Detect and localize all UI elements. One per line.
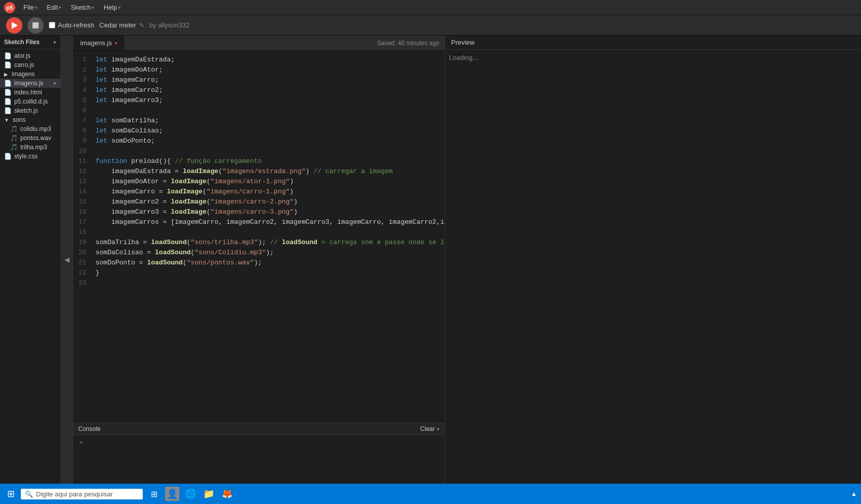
auto-refresh-label: Auto-refresh [58,21,94,29]
preview-header: Preview [445,36,861,50]
audio-file-icon: 🎵 [10,125,18,132]
code-line: imagemCarro3 = loadImage("imagens/carro-… [95,207,444,217]
auto-refresh-checkbox[interactable] [49,22,55,28]
preview-panel: Preview Loading... [444,36,861,484]
taskbar-app-chrome[interactable]: 🌐 [182,486,199,502]
audio-file-icon: 🎵 [10,144,18,151]
console-prompt: > [76,438,441,447]
sidebar-items: 📄 ator.js 📄 carro.js ▶ imagens 📄 imagens… [0,49,60,484]
code-line: let imagemDaEstrada; [95,55,444,65]
sidebar-item-p5collid[interactable]: 📄 p5.collid.d.js [0,97,60,106]
collapse-sidebar-button[interactable]: ◀ [61,36,73,484]
sidebar-toggle[interactable]: ▾ [53,39,56,46]
prompt-arrow-icon: > [79,439,83,446]
code-line [95,146,444,156]
code-line: imagemDaEstrada = loadImage("imagens/est… [95,166,444,177]
code-line [95,106,444,116]
console-header: Console Clear ▾ [73,423,444,435]
js-file-icon: 📄 [4,80,12,87]
sidebar-item-ator-js[interactable]: 📄 ator.js [0,51,60,60]
code-line: imagemCarro2 = loadImage("imagens/carro-… [95,197,444,207]
sidebar-item-trilha[interactable]: 🎵 trilha.mp3 [0,143,60,152]
main-content: Sketch Files ▾ 📄 ator.js 📄 carro.js ▶ im… [0,36,861,484]
code-line: somDaTrilha = loadSound("sons/trilha.mp3… [95,238,444,248]
tab-imagens-js[interactable]: imagens.js• [73,36,125,50]
stop-button[interactable] [27,17,44,33]
sidebar: Sketch Files ▾ 📄 ator.js 📄 carro.js ▶ im… [0,36,61,484]
taskbar-expand-icon[interactable]: ▲ [851,490,857,497]
code-line: somDoPonto = loadSound("sons/pontos.wav"… [95,258,444,268]
sidebar-header: Sketch Files ▾ [0,36,60,49]
sidebar-item-sons-folder[interactable]: ▼ sons [0,115,60,124]
sidebar-item-imagens-js[interactable]: 📄 imagens.js ▾ [0,79,60,88]
menu-edit[interactable]: Edit ▾ [43,3,66,12]
firefox-icon: 🦊 [221,488,233,499]
loading-status: Loading... [449,54,478,61]
menu-bar: File ▾ Edit ▾ Sketch ▾ Help ▾ [19,3,125,12]
edit-icon[interactable]: ✎ [139,22,144,29]
css-file-icon: 📄 [4,153,12,160]
menu-file[interactable]: File ▾ [19,3,42,12]
taskbar-system-icons: ▲ [851,490,857,497]
owner-label: by allyson332 [149,21,190,29]
sidebar-item-imagens-folder[interactable]: ▶ imagens [0,70,60,79]
play-icon [12,22,18,29]
editor-container: 1234567891011121314151617181920212223 le… [73,51,444,423]
tab-filename: imagens.js [80,39,112,47]
unsaved-dot: • [115,39,117,47]
taskbar-apps: ⊞ 👤 🌐 📁 🦊 [146,486,235,502]
sidebar-item-index-html[interactable]: 📄 index.html [0,88,60,97]
start-button[interactable]: ⊞ [4,487,18,500]
tab-bar: imagens.js• Saved: 40 minutes ago [73,36,444,51]
code-line: let somDaColisao; [95,126,444,136]
console-body[interactable]: > [73,435,444,484]
js-file-icon: 📄 [4,61,12,69]
code-line [95,227,444,238]
console-clear-arrow-icon: ▾ [437,426,439,432]
code-line: let somDatrilha; [95,116,444,126]
tasklist-icon: ⊞ [151,489,157,499]
menu-sketch[interactable]: Sketch ▾ [67,3,99,12]
taskbar-app-firefox[interactable]: 🦊 [219,486,235,502]
auto-refresh-area: Auto-refresh [49,21,94,29]
code-line: imagemCarros = [imagemCarro, imagemCarro… [95,217,444,227]
preview-title: Preview [451,39,474,46]
taskbar-app-folder[interactable]: 📁 [201,486,217,502]
search-icon: 🔍 [25,490,33,498]
sidebar-item-sketch-js[interactable]: 📄 sketch.js [0,106,60,115]
console-area: Console Clear ▾ > [73,423,444,484]
console-title: Console [78,425,101,432]
sidebar-item-pontos[interactable]: 🎵 pontos.wav [0,133,60,143]
stop-icon [33,22,39,28]
js-file-icon: 📄 [4,107,12,114]
taskbar-app-tasklist[interactable]: ⊞ [146,486,162,502]
code-line: let imagemCarro3; [95,95,444,106]
titlebar: p5 File ▾ Edit ▾ Sketch ▾ Help ▾ [0,0,861,15]
taskbar-search-box[interactable]: 🔍 Digite aqui para pesquisar [21,489,143,499]
console-clear-button[interactable]: Clear ▾ [420,425,439,432]
sketch-name[interactable]: Cedar meter [100,21,136,29]
sidebar-item-style-css[interactable]: 📄 style.css [0,152,60,161]
preview-content: Loading... [445,50,861,484]
chrome-icon: 🌐 [185,488,196,499]
avatar-icon: 👤 [165,487,179,501]
app-logo: p5 [4,2,15,13]
js-file-icon: 📄 [4,98,12,105]
sidebar-item-colidiu[interactable]: 🎵 colidiu.mp3 [0,124,60,133]
folder-icon: 📁 [203,488,214,499]
code-content[interactable]: let imagemDaEstrada;let imagemDoAtor;let… [91,51,444,423]
menu-help[interactable]: Help ▾ [100,3,125,12]
code-line [95,278,444,288]
code-line: let imagemCarro2; [95,85,444,95]
sidebar-item-carro-js[interactable]: 📄 carro.js [0,60,60,70]
code-line: imagemDoAtor = loadImage("imagens/ator-1… [95,177,444,187]
taskbar: ⊞ 🔍 Digite aqui para pesquisar ⊞ 👤 🌐 📁 🦊… [0,484,861,504]
folder-open-icon: ▼ [4,117,9,123]
active-arrow-icon: ▾ [53,80,56,87]
taskbar-app-avatar[interactable]: 👤 [164,486,180,502]
code-line: let imagemDoAtor; [95,65,444,75]
js-file-icon: 📄 [4,52,12,59]
audio-file-icon: 🎵 [10,135,18,142]
run-button[interactable] [6,17,22,33]
html-file-icon: 📄 [4,89,12,96]
